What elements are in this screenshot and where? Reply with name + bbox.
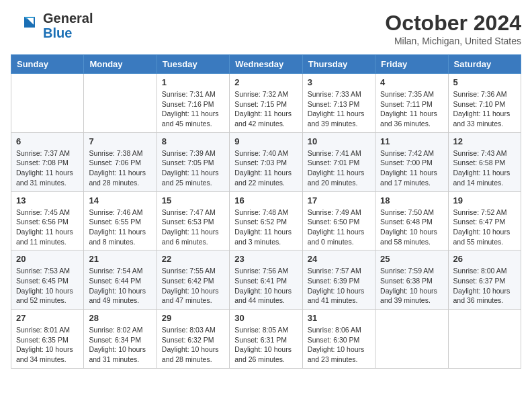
- day-info: Sunrise: 7:41 AM Sunset: 7:01 PM Dayligh…: [308, 148, 370, 188]
- day-cell: 11Sunrise: 7:42 AM Sunset: 7:00 PM Dayli…: [375, 132, 448, 191]
- weekday-header-saturday: Saturday: [448, 55, 521, 74]
- day-info: Sunrise: 7:43 AM Sunset: 6:58 PM Dayligh…: [453, 148, 516, 188]
- day-info: Sunrise: 7:54 AM Sunset: 6:44 PM Dayligh…: [89, 266, 151, 306]
- weekday-header-sunday: Sunday: [11, 55, 84, 74]
- day-info: Sunrise: 7:46 AM Sunset: 6:55 PM Dayligh…: [89, 208, 151, 247]
- day-cell: 29Sunrise: 8:03 AM Sunset: 6:32 PM Dayli…: [157, 310, 229, 369]
- day-number: 27: [16, 313, 79, 323]
- day-info: Sunrise: 7:42 AM Sunset: 7:00 PM Dayligh…: [380, 148, 443, 188]
- day-info: Sunrise: 7:40 AM Sunset: 7:03 PM Dayligh…: [234, 148, 297, 188]
- day-cell: 1Sunrise: 7:31 AM Sunset: 7:16 PM Daylig…: [157, 74, 229, 133]
- day-info: Sunrise: 7:56 AM Sunset: 6:41 PM Dayligh…: [234, 266, 297, 306]
- day-number: 11: [380, 136, 443, 146]
- day-number: 19: [453, 195, 516, 205]
- day-number: 31: [308, 313, 370, 323]
- week-row-2: 6Sunrise: 7:37 AM Sunset: 7:08 PM Daylig…: [11, 132, 521, 191]
- day-cell: 5Sunrise: 7:36 AM Sunset: 7:10 PM Daylig…: [448, 74, 521, 133]
- day-number: 22: [162, 254, 224, 264]
- day-info: Sunrise: 8:06 AM Sunset: 6:30 PM Dayligh…: [308, 325, 370, 365]
- day-cell: 27Sunrise: 8:01 AM Sunset: 6:35 PM Dayli…: [11, 310, 84, 369]
- day-cell: [84, 74, 157, 133]
- day-info: Sunrise: 7:53 AM Sunset: 6:45 PM Dayligh…: [16, 266, 79, 306]
- day-info: Sunrise: 7:52 AM Sunset: 6:47 PM Dayligh…: [453, 208, 516, 247]
- day-info: Sunrise: 7:48 AM Sunset: 6:52 PM Dayligh…: [234, 208, 297, 247]
- weekday-header-row: SundayMondayTuesdayWednesdayThursdayFrid…: [11, 55, 521, 74]
- day-number: 6: [16, 136, 79, 146]
- day-info: Sunrise: 7:31 AM Sunset: 7:16 PM Dayligh…: [162, 89, 224, 129]
- day-info: Sunrise: 8:05 AM Sunset: 6:31 PM Dayligh…: [234, 325, 297, 365]
- weekday-header-thursday: Thursday: [302, 55, 375, 74]
- day-cell: 6Sunrise: 7:37 AM Sunset: 7:08 PM Daylig…: [11, 132, 84, 191]
- weekday-header-monday: Monday: [84, 55, 157, 74]
- day-number: 20: [16, 254, 79, 264]
- logo-text-general: General: [43, 11, 93, 26]
- day-number: 12: [453, 136, 516, 146]
- day-number: 25: [380, 254, 443, 264]
- day-cell: 7Sunrise: 7:38 AM Sunset: 7:06 PM Daylig…: [84, 132, 157, 191]
- day-number: 23: [234, 254, 297, 264]
- day-info: Sunrise: 7:59 AM Sunset: 6:38 PM Dayligh…: [380, 266, 443, 306]
- day-number: 13: [16, 195, 79, 205]
- day-cell: 12Sunrise: 7:43 AM Sunset: 6:58 PM Dayli…: [448, 132, 521, 191]
- day-info: Sunrise: 7:49 AM Sunset: 6:50 PM Dayligh…: [308, 208, 370, 247]
- day-cell: 22Sunrise: 7:55 AM Sunset: 6:42 PM Dayli…: [157, 250, 229, 310]
- day-cell: 17Sunrise: 7:49 AM Sunset: 6:50 PM Dayli…: [302, 191, 375, 250]
- day-cell: 20Sunrise: 7:53 AM Sunset: 6:45 PM Dayli…: [11, 250, 84, 310]
- location-subtitle: Milan, Michigan, United States: [385, 36, 521, 46]
- day-info: Sunrise: 7:36 AM Sunset: 7:10 PM Dayligh…: [453, 89, 516, 129]
- day-cell: 2Sunrise: 7:32 AM Sunset: 7:15 PM Daylig…: [230, 74, 302, 133]
- calendar-table: SundayMondayTuesdayWednesdayThursdayFrid…: [11, 54, 521, 369]
- day-cell: 24Sunrise: 7:57 AM Sunset: 6:39 PM Dayli…: [302, 250, 375, 310]
- day-number: 29: [162, 313, 224, 323]
- logo-icon: [11, 13, 40, 38]
- day-number: 21: [89, 254, 151, 264]
- day-cell: 15Sunrise: 7:47 AM Sunset: 6:53 PM Dayli…: [157, 191, 229, 250]
- day-number: 16: [234, 195, 297, 205]
- day-cell: 25Sunrise: 7:59 AM Sunset: 6:38 PM Dayli…: [375, 250, 448, 310]
- day-number: 17: [308, 195, 370, 205]
- day-number: 9: [234, 136, 297, 146]
- day-number: 3: [308, 77, 370, 87]
- day-cell: 8Sunrise: 7:39 AM Sunset: 7:05 PM Daylig…: [157, 132, 229, 191]
- day-cell: 4Sunrise: 7:35 AM Sunset: 7:11 PM Daylig…: [375, 74, 448, 133]
- logo: General Blue: [11, 11, 93, 40]
- day-cell: 18Sunrise: 7:50 AM Sunset: 6:48 PM Dayli…: [375, 191, 448, 250]
- day-number: 5: [453, 77, 516, 87]
- day-number: 14: [89, 195, 151, 205]
- day-number: 10: [308, 136, 370, 146]
- day-info: Sunrise: 8:01 AM Sunset: 6:35 PM Dayligh…: [16, 325, 79, 365]
- day-cell: [448, 310, 521, 369]
- day-number: 26: [453, 254, 516, 264]
- title-block: October 2024 Milan, Michigan, United Sta…: [385, 11, 521, 46]
- day-info: Sunrise: 7:38 AM Sunset: 7:06 PM Dayligh…: [89, 148, 151, 188]
- page-header: General Blue October 2024 Milan, Michiga…: [11, 11, 521, 46]
- day-cell: 21Sunrise: 7:54 AM Sunset: 6:44 PM Dayli…: [84, 250, 157, 310]
- day-info: Sunrise: 8:03 AM Sunset: 6:32 PM Dayligh…: [162, 325, 224, 365]
- day-number: 18: [380, 195, 443, 205]
- logo-text-blue: Blue: [43, 26, 93, 40]
- day-number: 28: [89, 313, 151, 323]
- week-row-4: 20Sunrise: 7:53 AM Sunset: 6:45 PM Dayli…: [11, 250, 521, 310]
- day-cell: 16Sunrise: 7:48 AM Sunset: 6:52 PM Dayli…: [230, 191, 302, 250]
- weekday-header-tuesday: Tuesday: [157, 55, 229, 74]
- day-cell: [375, 310, 448, 369]
- day-cell: 10Sunrise: 7:41 AM Sunset: 7:01 PM Dayli…: [302, 132, 375, 191]
- day-info: Sunrise: 7:55 AM Sunset: 6:42 PM Dayligh…: [162, 266, 224, 306]
- day-cell: 28Sunrise: 8:02 AM Sunset: 6:34 PM Dayli…: [84, 310, 157, 369]
- day-cell: 19Sunrise: 7:52 AM Sunset: 6:47 PM Dayli…: [448, 191, 521, 250]
- day-info: Sunrise: 7:47 AM Sunset: 6:53 PM Dayligh…: [162, 208, 224, 247]
- day-cell: 31Sunrise: 8:06 AM Sunset: 6:30 PM Dayli…: [302, 310, 375, 369]
- weekday-header-friday: Friday: [375, 55, 448, 74]
- day-info: Sunrise: 7:33 AM Sunset: 7:13 PM Dayligh…: [308, 89, 370, 129]
- day-number: 24: [308, 254, 370, 264]
- day-info: Sunrise: 7:39 AM Sunset: 7:05 PM Dayligh…: [162, 148, 224, 188]
- day-cell: 14Sunrise: 7:46 AM Sunset: 6:55 PM Dayli…: [84, 191, 157, 250]
- day-number: 15: [162, 195, 224, 205]
- day-number: 1: [162, 77, 224, 87]
- day-info: Sunrise: 7:35 AM Sunset: 7:11 PM Dayligh…: [380, 89, 443, 129]
- week-row-1: 1Sunrise: 7:31 AM Sunset: 7:16 PM Daylig…: [11, 74, 521, 133]
- day-cell: 9Sunrise: 7:40 AM Sunset: 7:03 PM Daylig…: [230, 132, 302, 191]
- day-info: Sunrise: 7:45 AM Sunset: 6:56 PM Dayligh…: [16, 208, 79, 247]
- day-info: Sunrise: 7:32 AM Sunset: 7:15 PM Dayligh…: [234, 89, 297, 129]
- day-cell: 13Sunrise: 7:45 AM Sunset: 6:56 PM Dayli…: [11, 191, 84, 250]
